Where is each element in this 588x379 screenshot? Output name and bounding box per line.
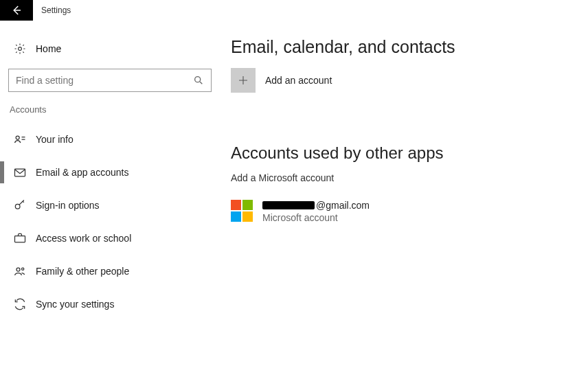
sidebar-home[interactable]: Home xyxy=(8,36,213,62)
svg-point-2 xyxy=(16,136,19,139)
sidebar-item-family-people[interactable]: Family & other people xyxy=(8,255,213,288)
nav-label: Email & app accounts xyxy=(36,167,128,178)
add-ms-account-link[interactable]: Add a Microsoft account xyxy=(231,172,588,183)
add-account-label: Add an account xyxy=(265,75,332,86)
mail-icon xyxy=(12,165,27,179)
nav-label: Sign-in options xyxy=(36,200,100,211)
back-button[interactable] xyxy=(0,0,33,21)
sidebar-item-sign-in-options[interactable]: Sign-in options xyxy=(8,189,213,222)
add-account-button[interactable]: Add an account xyxy=(231,68,588,93)
sidebar-home-label: Home xyxy=(36,43,61,54)
nav-label: Your info xyxy=(36,134,74,145)
nav-label: Sync your settings xyxy=(36,299,114,310)
search-box[interactable] xyxy=(8,69,212,92)
svg-point-7 xyxy=(22,268,24,270)
account-info: @gmail.com Microsoft account xyxy=(262,200,370,223)
nav-label: Access work or school xyxy=(36,233,131,244)
gear-icon xyxy=(12,43,27,55)
search-icon xyxy=(193,75,204,86)
sidebar: Home Accounts Your info xyxy=(0,36,213,321)
person-card-icon xyxy=(12,133,27,146)
titlebar: Settings xyxy=(0,0,588,21)
svg-point-1 xyxy=(195,77,201,82)
svg-rect-3 xyxy=(15,169,25,176)
microsoft-logo-icon xyxy=(231,200,253,222)
sidebar-item-access-work-school[interactable]: Access work or school xyxy=(8,222,213,255)
sidebar-item-email-app-accounts[interactable]: Email & app accounts xyxy=(8,156,213,189)
section-title-other-apps: Accounts used by other apps xyxy=(231,143,588,163)
sidebar-item-your-info[interactable]: Your info xyxy=(8,123,213,156)
account-entry[interactable]: @gmail.com Microsoft account xyxy=(231,200,588,223)
people-icon xyxy=(12,264,27,278)
main-content: Email, calendar, and contacts Add an acc… xyxy=(213,36,588,321)
redacted-text xyxy=(262,201,315,209)
sidebar-nav: Your info Email & app accounts Sign-in o… xyxy=(8,123,213,321)
key-icon xyxy=(12,198,27,212)
svg-point-6 xyxy=(16,268,20,271)
svg-rect-5 xyxy=(15,236,25,242)
email-suffix: @gmail.com xyxy=(316,200,370,211)
sidebar-item-sync-settings[interactable]: Sync your settings xyxy=(8,288,213,321)
search-input[interactable] xyxy=(16,75,193,86)
arrow-left-icon xyxy=(10,4,23,16)
svg-point-0 xyxy=(19,47,22,51)
sidebar-category: Accounts xyxy=(8,104,213,115)
window-title: Settings xyxy=(41,5,71,15)
account-email: @gmail.com xyxy=(262,200,370,211)
section-title-email: Email, calendar, and contacts xyxy=(231,37,588,57)
account-type-label: Microsoft account xyxy=(262,212,370,223)
plus-tile xyxy=(231,68,256,93)
plus-icon xyxy=(237,74,249,87)
nav-label: Family & other people xyxy=(36,266,129,277)
briefcase-icon xyxy=(12,231,27,245)
sync-icon xyxy=(12,297,27,311)
svg-point-4 xyxy=(15,204,20,209)
